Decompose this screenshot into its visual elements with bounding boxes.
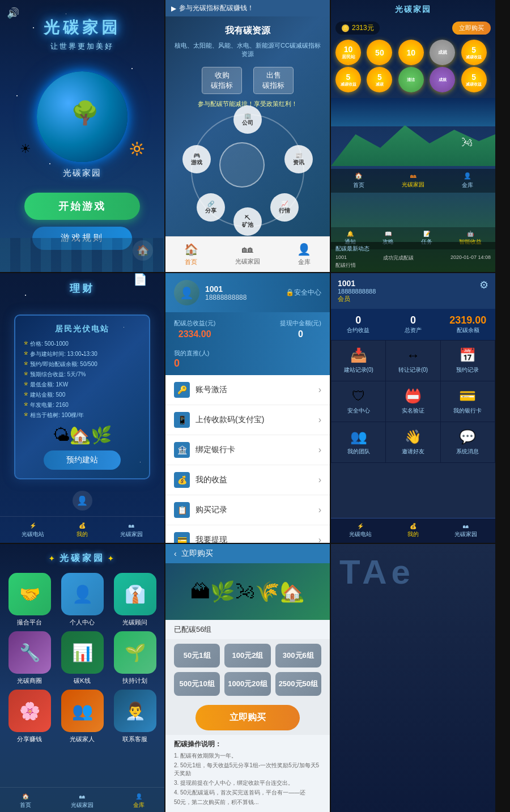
menu-nav-home[interactable]: 🏠 首页 — [20, 793, 31, 809]
share-icon: 🔗 — [207, 201, 214, 207]
app-item-family[interactable]: 👥 光碳家人 — [58, 690, 107, 743]
menu-item-market[interactable]: 📈 行情 — [270, 193, 299, 222]
sound-icon[interactable]: 🔊 — [7, 7, 19, 19]
game-main-nav-community[interactable]: 🏘 光碳家园 — [402, 172, 424, 189]
start-game-button[interactable]: 开始游戏 — [24, 193, 140, 220]
station-record-label: 建站记录(0) — [344, 366, 373, 374]
security-link[interactable]: 🔒安全中心 — [286, 288, 321, 297]
menu-nav-vault[interactable]: 👤 金库 — [133, 793, 144, 809]
app-item-platform[interactable]: 🤝 撮合平台 — [6, 573, 54, 627]
dash-grid-reservation[interactable]: 📅 预约记录 — [441, 341, 495, 381]
dash-grid-security[interactable]: 🛡 安全中心 — [332, 381, 385, 422]
star-1 — [33, 27, 34, 28]
menu-item-share[interactable]: 🔗 分享 — [197, 193, 225, 222]
app-item-personal[interactable]: 👤 个人中心 — [58, 573, 107, 627]
buy-notes-title: 配碳操作说明： — [174, 739, 321, 749]
nav-community[interactable]: 🏘 光碳家园 — [235, 243, 260, 266]
game-main-nav-home[interactable]: 🏠 首页 — [353, 172, 364, 189]
dash-grid-transfer-record[interactable]: ↔ 转让记录(0) — [386, 341, 440, 381]
reserve-station-btn[interactable]: 预约建站 — [44, 450, 121, 470]
dash-nav-station[interactable]: ⚡ 光碳电站 — [349, 523, 372, 538]
app-item-service[interactable]: 👨‍💼 联系客服 — [111, 690, 159, 743]
price-btn-1[interactable]: 50元1组 — [174, 644, 220, 668]
buy-back-icon[interactable]: ‹ — [174, 549, 177, 558]
price-btn-3[interactable]: 300元6组 — [275, 644, 321, 668]
game-header-bar: 🪙 2313元 立即购买 — [331, 19, 495, 37]
dash-grid-invite[interactable]: 👋 邀请好友 — [386, 422, 440, 462]
ach-label-7: 减碳 — [376, 82, 384, 87]
sell-carbon-btn[interactable]: 出售碳指标 — [253, 67, 294, 94]
balance-total: 配碳总收益(元) 2334.00 — [174, 319, 215, 339]
price-btn-2[interactable]: 100元2组 — [224, 644, 270, 668]
invite-label: 邀请好友 — [402, 448, 424, 456]
shop-label: 光碳商圈 — [17, 677, 42, 685]
settings-icon[interactable]: ⚙ — [479, 279, 488, 291]
dash-grid-kyc[interactable]: 📛 实名验证 — [386, 381, 440, 422]
menu-nav-community[interactable]: 🏘 光碳家园 — [71, 793, 94, 809]
stat-contract-label: 合约收益 — [331, 326, 386, 334]
price-btn-4[interactable]: 500元10组 — [174, 672, 220, 696]
kyc-label: 实名验证 — [402, 407, 424, 415]
dash-grid-station-record[interactable]: 📥 建站记录(0) — [332, 341, 385, 381]
menu-item-earnings[interactable]: 💰 我的收益 › — [165, 465, 330, 495]
dash-grid-team[interactable]: 👥 我的团队 — [332, 422, 385, 462]
windmill-icon: 🌬 — [461, 136, 473, 149]
finance-nav-station[interactable]: ⚡ 光碳电站 — [22, 522, 44, 538]
menu-item-activate[interactable]: 🔑 账号激活 › — [165, 375, 330, 405]
menu-item-news[interactable]: 📰 资讯 — [284, 145, 313, 173]
dash-nav-community[interactable]: 🏘 光碳家园 — [454, 523, 477, 538]
app-item-support[interactable]: 🌱 扶持计划 — [111, 631, 159, 685]
menu-item-game[interactable]: 🎮 游戏 — [182, 145, 211, 173]
menu-item-qrcode[interactable]: 📱 上传收款码(支付宝) › — [165, 405, 330, 435]
finance-nav-mine[interactable]: 💰 我的 — [76, 522, 88, 538]
orders-icon: 📋 — [174, 502, 190, 518]
menu-item-company[interactable]: 🏢 公司 — [233, 105, 262, 134]
main-grid: 🔊 光碳家园 让世界更加美好 🌳 ☀ 🔆 光碳家园 开始游戏 游戏规则 🏠 ▶ … — [0, 0, 510, 812]
scene-sky — [331, 98, 495, 126]
finance-bottom-nav: ⚡ 光碳电站 💰 我的 🏘 光碳家园 — [0, 516, 164, 543]
dash-grid-my-bank[interactable]: 💳 我的银行卡 — [441, 381, 495, 422]
withdraw-icon: 💳 — [174, 532, 190, 543]
buy-header: ‹ 立即购买 — [165, 544, 330, 563]
menu-item-withdraw[interactable]: 💳 我要提现 › — [165, 525, 330, 543]
price-btn-5[interactable]: 1000元20组 — [224, 672, 270, 696]
dash-grid-messages[interactable]: 💬 系统消息 — [441, 422, 495, 462]
station-nav-icon: ⚡ — [29, 522, 36, 529]
stat-contract: 0 合约收益 — [331, 314, 386, 334]
menu-item-pool[interactable]: ⛏ 矿池 — [233, 207, 262, 236]
nav-vault[interactable]: 👤 金库 — [297, 243, 311, 266]
ach-num-3: 10 — [407, 48, 416, 57]
activate-label: 账号激活 — [196, 385, 313, 395]
activate-icon: 🔑 — [174, 382, 190, 398]
card-item-1: 价格: 500-1000 — [24, 340, 141, 348]
card-item-4: 预期综合收益: 5天/7% — [24, 371, 141, 379]
user-avatar: 👤 — [174, 280, 199, 305]
menu-item-bank[interactable]: 🏦 绑定银行卡 › — [165, 435, 330, 465]
menu-item-orders[interactable]: 📋 购买记录 › — [165, 495, 330, 525]
game-main-nav-vault[interactable]: 👤 金库 — [462, 172, 473, 189]
buy-carbon-btn[interactable]: 收购碳指标 — [202, 67, 242, 94]
finance-nav-home[interactable]: 🏘 光碳家园 — [120, 522, 143, 538]
game-buy-btn[interactable]: 立即购买 — [452, 22, 491, 35]
coins-display: 🪙 2313元 — [335, 22, 380, 35]
buy-count: 已配碳56组 — [165, 620, 330, 639]
dash-nav-mine[interactable]: 💰 我的 — [407, 523, 419, 538]
company-icon: 🏢 — [244, 113, 251, 119]
nav-home[interactable]: 🏠 首页 — [184, 243, 198, 266]
coins-value: 2313元 — [352, 23, 374, 33]
app-item-shop[interactable]: 🔧 光碳商圈 — [6, 631, 54, 685]
menu-nav-home-label: 首页 — [20, 801, 31, 809]
buy-now-button[interactable]: 立即购买 — [196, 705, 300, 730]
splash-title: 光碳家园 — [44, 17, 121, 39]
achievement-item-8: 清洁 — [398, 67, 424, 92]
app-item-advisor[interactable]: 👔 光碳顾问 — [111, 573, 159, 627]
stat-carbon-value: 2319.00 — [440, 314, 495, 326]
finance-card: 居民光伏电站 价格: 500-1000 参与建站时间: 13:00-13:30 … — [14, 314, 150, 479]
app-item-share[interactable]: 🌸 分享赚钱 — [6, 690, 54, 743]
menu-nav-vault-label: 金库 — [133, 801, 144, 809]
card-item-6: 建站金额: 500 — [24, 391, 141, 399]
finance-title: 理财 — [70, 273, 95, 301]
app-item-kline[interactable]: 📊 碳K线 — [58, 631, 107, 685]
stat-assets-value: 0 — [386, 314, 441, 326]
price-btn-6[interactable]: 2500元50组 — [275, 672, 321, 696]
